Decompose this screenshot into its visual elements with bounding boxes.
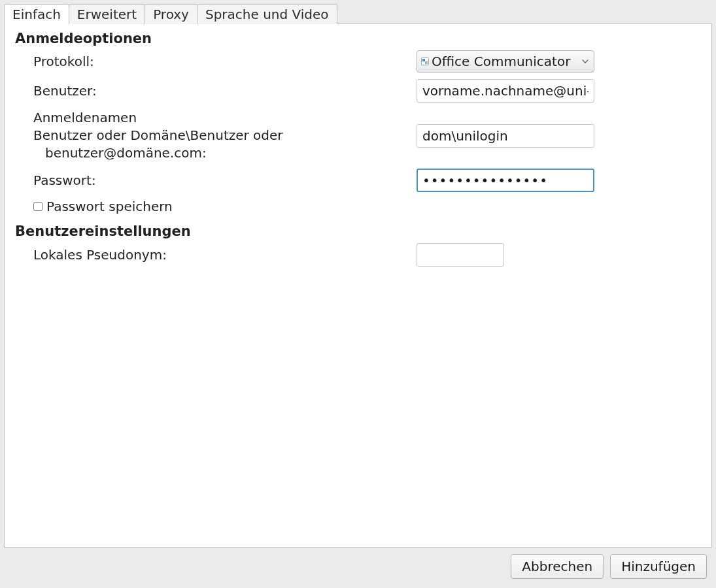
input-col-user <box>417 79 702 103</box>
label-password: Passwort: <box>33 172 417 189</box>
local-alias-field[interactable] <box>417 243 504 267</box>
tab-proxy[interactable]: Proxy <box>145 4 197 24</box>
row-user: Benutzer: <box>14 79 702 103</box>
label-login-name-line2: Benutzer oder Domäne\Benutzer oder <box>33 127 283 143</box>
label-login-name-line3: benutzer@domäne.com: <box>33 144 417 162</box>
account-settings-dialog: Einfach Erweitert Proxy Sprache und Vide… <box>0 0 716 588</box>
tab-advanced[interactable]: Erweitert <box>69 4 145 24</box>
chevron-down-icon <box>582 59 588 63</box>
tabs-area: Einfach Erweitert Proxy Sprache und Vide… <box>0 0 716 547</box>
section-user-settings: Benutzereinstellungen <box>15 223 702 239</box>
password-field[interactable] <box>417 169 594 192</box>
dialog-button-bar: Abbrechen Hinzufügen <box>0 547 716 588</box>
user-field[interactable] <box>417 79 594 103</box>
input-col-protocol: Office Communicator <box>417 50 702 73</box>
label-login-name-line1: Anmeldenamen <box>33 110 137 125</box>
row-local-alias: Lokales Pseudonym: <box>14 243 702 267</box>
label-protocol: Protokoll: <box>33 53 417 71</box>
tab-simple[interactable]: Einfach <box>4 4 69 24</box>
svg-rect-1 <box>422 59 425 61</box>
tab-language-video-label: Sprache und Video <box>205 7 329 22</box>
svg-rect-2 <box>425 61 428 64</box>
label-save-password: Passwort speichern <box>46 199 173 214</box>
add-button-label: Hinzufügen <box>621 559 696 574</box>
cancel-button-label: Abbrechen <box>522 559 592 574</box>
row-password: Passwort: <box>14 169 702 192</box>
tab-simple-label: Einfach <box>12 7 61 22</box>
row-protocol: Protokoll: Office Communicator <box>14 50 702 73</box>
input-col-login-name <box>417 124 702 148</box>
cancel-button[interactable]: Abbrechen <box>511 554 604 579</box>
protocol-icon <box>421 57 429 65</box>
save-password-checkbox[interactable] <box>33 202 43 211</box>
protocol-selected-text: Office Communicator <box>432 54 578 69</box>
label-user: Benutzer: <box>33 82 417 100</box>
label-local-alias: Lokales Pseudonym: <box>33 246 417 264</box>
tab-bar: Einfach Erweitert Proxy Sprache und Vide… <box>4 4 712 24</box>
login-name-field[interactable] <box>417 124 594 148</box>
tab-content-simple: Anmeldeoptionen Protokoll: Office Comm <box>4 24 712 547</box>
label-login-name: Anmeldenamen Benutzer oder Domäne\Benutz… <box>33 109 417 162</box>
input-col-password <box>417 169 702 192</box>
tab-proxy-label: Proxy <box>153 7 189 22</box>
section-login-options: Anmeldeoptionen <box>15 31 702 46</box>
row-login-name: Anmeldenamen Benutzer oder Domäne\Benutz… <box>14 109 702 162</box>
add-button[interactable]: Hinzufügen <box>610 554 707 579</box>
tab-advanced-label: Erweitert <box>77 7 137 22</box>
input-col-local-alias <box>417 243 702 267</box>
row-save-password: Passwort speichern <box>14 199 702 214</box>
protocol-dropdown[interactable]: Office Communicator <box>417 50 594 73</box>
tab-language-video[interactable]: Sprache und Video <box>197 4 337 24</box>
